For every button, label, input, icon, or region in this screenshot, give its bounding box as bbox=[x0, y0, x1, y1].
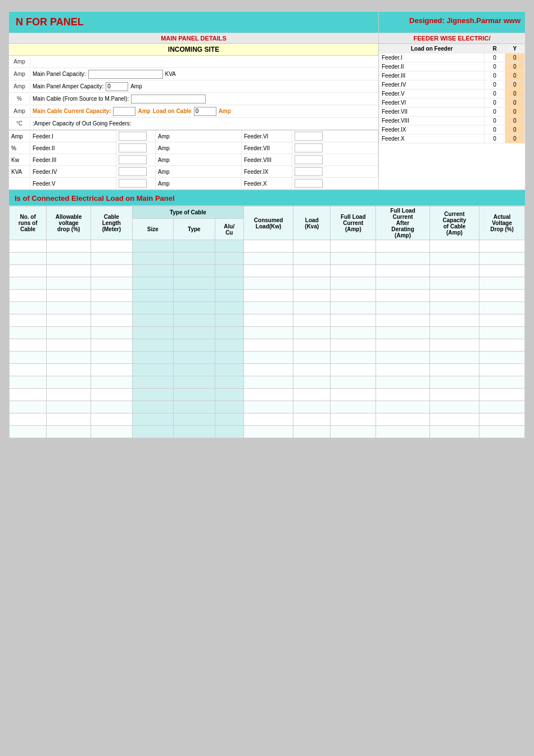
table-cell bbox=[215, 253, 243, 265]
maincable-input[interactable] bbox=[131, 94, 206, 104]
table-cell bbox=[293, 376, 331, 389]
table-cell bbox=[10, 314, 47, 327]
table-cell bbox=[429, 327, 479, 339]
connected-section: Is of Connected Electrical Load on Main … bbox=[9, 190, 525, 206]
table-cell bbox=[244, 253, 293, 265]
table-cell bbox=[47, 314, 91, 327]
feeder-wise-row: Feeder.V 0 0 bbox=[379, 89, 525, 98]
table-cell bbox=[47, 290, 91, 302]
panel-row-capacity: Amp Main Panel Capacity: KVA bbox=[9, 68, 378, 80]
table-cell bbox=[174, 240, 215, 253]
feeder-f1-input-5[interactable] bbox=[116, 178, 156, 190]
table-cell bbox=[331, 401, 376, 413]
table-cell bbox=[132, 426, 174, 438]
load-cable-label: Load on Cable bbox=[153, 108, 192, 114]
table-cell bbox=[91, 376, 133, 389]
table-cell bbox=[376, 314, 430, 327]
table-cell bbox=[429, 290, 479, 302]
feeder-f2-input-3[interactable] bbox=[292, 154, 378, 166]
table-cell bbox=[10, 240, 47, 253]
unit-amp-3: Amp bbox=[9, 82, 30, 91]
feeder-f1-input-2[interactable] bbox=[116, 142, 156, 154]
feeder-f1-unit-3: Amp bbox=[156, 154, 242, 166]
designed-by: Designed: Jignesh.Parmar www bbox=[379, 12, 525, 33]
table-cell bbox=[293, 352, 331, 364]
row-content-maincable: Main Cable (From Source to M.Panel): bbox=[30, 93, 378, 105]
table-cell bbox=[132, 240, 174, 253]
feeder-f2-input-2[interactable] bbox=[292, 142, 378, 154]
capacity-unit: KVA bbox=[165, 71, 176, 77]
table-cell bbox=[47, 327, 91, 339]
table-row bbox=[10, 277, 525, 290]
table-cell bbox=[244, 302, 293, 314]
table-cell bbox=[10, 302, 47, 314]
table-cell bbox=[331, 277, 376, 290]
table-cell bbox=[479, 290, 525, 302]
table-cell bbox=[215, 352, 243, 364]
table-cell bbox=[429, 253, 479, 265]
feeder-f1-unit-2: Amp bbox=[156, 142, 242, 154]
table-cell bbox=[91, 290, 133, 302]
table-cell bbox=[331, 389, 376, 401]
table-cell bbox=[479, 364, 525, 376]
table-cell bbox=[174, 426, 215, 438]
table-cell bbox=[479, 327, 525, 339]
table-cell bbox=[91, 364, 133, 376]
panel-row-current: Amp Main Cable Current Capacity: Amp Loa… bbox=[9, 105, 378, 118]
table-cell bbox=[91, 277, 133, 290]
table-cell bbox=[47, 302, 91, 314]
table-cell bbox=[215, 277, 243, 290]
feeder-f1-input-1[interactable] bbox=[116, 130, 156, 142]
feeder-f1-input-3[interactable] bbox=[116, 154, 156, 166]
table-cell bbox=[376, 364, 430, 376]
th-full-load-after: Full LoadCurrentAfterDerating(Amp) bbox=[376, 206, 430, 240]
amper-input[interactable] bbox=[106, 82, 128, 91]
feeder-f2-input-1[interactable] bbox=[292, 130, 378, 142]
table-cell bbox=[429, 401, 479, 413]
feeder-wise-table: Load on Feeder R Y Feeder.I 0 0 Feeder.I… bbox=[379, 44, 525, 143]
feeder-f2-input-4[interactable] bbox=[292, 166, 378, 178]
table-cell bbox=[91, 240, 133, 253]
table-cell bbox=[174, 327, 215, 339]
table-cell bbox=[376, 401, 430, 413]
feeder-f1-input-4[interactable] bbox=[116, 166, 156, 178]
fw-y-val: 0 bbox=[505, 116, 524, 125]
table-cell bbox=[132, 389, 174, 401]
table-cell bbox=[429, 277, 479, 290]
fw-feeder-name: Feeder.III bbox=[379, 71, 485, 80]
table-cell bbox=[331, 290, 376, 302]
table-cell bbox=[132, 413, 174, 426]
fw-feeder-name: Feeder.II bbox=[379, 62, 485, 71]
table-cell bbox=[376, 265, 430, 277]
table-cell bbox=[293, 314, 331, 327]
feeder-f2-input-5[interactable] bbox=[292, 178, 378, 190]
fw-r-val: 0 bbox=[485, 89, 505, 98]
table-cell bbox=[91, 327, 133, 339]
table-cell bbox=[132, 302, 174, 314]
feeder-wise-row: Feeder.II 0 0 bbox=[379, 62, 525, 71]
th-size: Size bbox=[132, 219, 174, 240]
panel-title: N FOR PANEL bbox=[9, 12, 379, 33]
load-cable-input[interactable] bbox=[194, 107, 216, 116]
table-cell bbox=[47, 401, 91, 413]
th-actual-drop: ActualVoltageDrop (%) bbox=[479, 206, 525, 240]
table-cell bbox=[174, 376, 215, 389]
table-cell bbox=[174, 314, 215, 327]
fw-col-r: R bbox=[485, 44, 505, 53]
table-cell bbox=[429, 426, 479, 438]
th-consumed: ConsumedLoad(Kw) bbox=[244, 206, 293, 240]
feeder-f2-5: Feeder.X bbox=[242, 178, 292, 190]
panel-row-maincable: % Main Cable (From Source to M.Panel): bbox=[9, 93, 378, 105]
table-cell bbox=[10, 290, 47, 302]
current-input[interactable] bbox=[113, 107, 135, 116]
top-section: MAIN PANEL DETAILS INCOMING SITE Amp Amp… bbox=[9, 33, 525, 190]
table-cell bbox=[91, 253, 133, 265]
table-cell bbox=[244, 401, 293, 413]
table-cell bbox=[10, 327, 47, 339]
table-cell bbox=[244, 327, 293, 339]
table-cell bbox=[174, 290, 215, 302]
table-row bbox=[10, 389, 525, 401]
fw-r-val: 0 bbox=[485, 116, 505, 125]
capacity-input[interactable] bbox=[88, 70, 163, 79]
table-cell bbox=[376, 389, 430, 401]
